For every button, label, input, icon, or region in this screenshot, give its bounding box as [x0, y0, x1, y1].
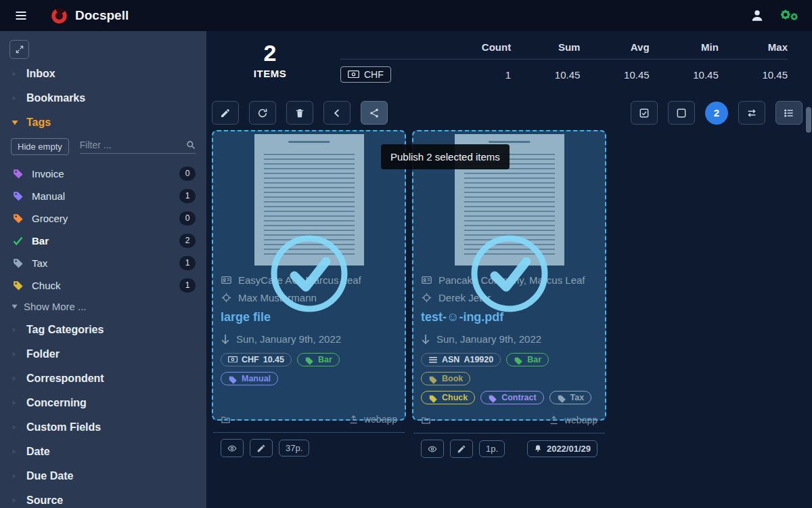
stats-header-max: Max [719, 41, 788, 53]
id-card-icon [421, 274, 432, 286]
banknote-icon [228, 356, 238, 364]
merge-button[interactable] [323, 101, 351, 125]
chevron-right-icon [11, 472, 18, 480]
tag-row-bar-selected[interactable]: Bar 2 [0, 230, 206, 252]
amount-badge[interactable]: CHF 10.45 [221, 353, 292, 366]
correspondent-text[interactable]: EasyCare AG, Marcus Leaf [238, 274, 361, 286]
document-preview[interactable] [221, 134, 397, 268]
person-text[interactable]: Max Mustermann [238, 292, 317, 303]
tag-badge-bar[interactable]: Bar [297, 353, 340, 366]
toggle-selection-button[interactable] [738, 101, 765, 125]
tag-badge-chuck[interactable]: Chuck [421, 391, 475, 404]
item-date: Sun, January 9th, 2022 [436, 333, 541, 345]
trash-icon [294, 108, 305, 119]
sidebar-item-label: Date [26, 446, 50, 458]
edit-item-button[interactable] [450, 440, 473, 458]
stats-header-count: Count [442, 41, 511, 53]
sidebar-item-label: Bookmarks [26, 92, 85, 104]
edit-selected-button[interactable] [212, 101, 239, 125]
bell-icon [534, 444, 542, 453]
pencil-icon [457, 444, 466, 453]
tag-row-chuck[interactable]: Chuck 1 [0, 274, 206, 297]
settings-gears-icon[interactable] [780, 7, 800, 24]
tag-icon [12, 168, 24, 179]
sidebar-item-concerning[interactable]: Concerning [0, 391, 206, 415]
tag-filter-input[interactable] [80, 140, 186, 150]
chevron-right-icon [11, 496, 18, 505]
hide-empty-button[interactable]: Hide empty [11, 138, 69, 155]
edit-item-button[interactable] [250, 439, 273, 457]
item-card[interactable]: EasyCare AG, Marcus Leaf Max Mustermann … [212, 130, 406, 421]
tag-row-tax[interactable]: Tax 1 [0, 252, 206, 274]
tag-row-manual[interactable]: Manual 1 [0, 185, 206, 207]
tag-badge-label: Tax [570, 393, 585, 402]
chevron-right-icon [11, 448, 18, 456]
sidebar-item-date[interactable]: Date [0, 440, 206, 464]
stats-header-avg: Avg [580, 41, 649, 53]
user-icon[interactable] [750, 8, 765, 23]
sidebar-item-inbox[interactable]: Inbox [0, 62, 206, 86]
tag-badge-label: Bar [318, 355, 332, 364]
tag-name: Grocery [32, 213, 68, 224]
publish-selected-button[interactable] [361, 101, 388, 125]
restore-button[interactable] [249, 101, 276, 125]
sidebar-item-label: Folder [26, 348, 60, 360]
sidebar-item-due-date[interactable]: Due Date [0, 464, 206, 488]
tag-row-invoice[interactable]: Invoice 0 [0, 163, 206, 185]
docspell-logo[interactable] [50, 7, 68, 25]
sidebar-item-tag-categories[interactable]: Tag Categories [0, 318, 206, 342]
tag-icon [12, 213, 24, 224]
tag-name: Invoice [32, 168, 64, 179]
tag-row-grocery[interactable]: Grocery 0 [0, 207, 206, 230]
select-all-button[interactable] [631, 101, 658, 125]
sidebar-item-correspondent[interactable]: Correspondent [0, 366, 206, 391]
show-more-tags[interactable]: Show More ... [0, 297, 206, 318]
item-card[interactable]: Pancake Company, Marcus Leaf Derek Jeter… [412, 130, 606, 421]
item-title[interactable]: large file [221, 310, 397, 324]
view-menu-button[interactable] [775, 101, 803, 125]
collapse-sidebar-button[interactable] [9, 40, 29, 59]
tag-icon [12, 190, 24, 202]
sidebar-item-bookmarks[interactable]: Bookmarks [0, 86, 206, 110]
crosshair-icon [221, 292, 232, 303]
sidebar-item-source[interactable]: Source [0, 488, 206, 508]
check-icon [12, 235, 24, 247]
redo-icon [257, 108, 268, 119]
currency-chip: CHF [340, 66, 391, 83]
tag-count-badge: 2 [179, 234, 196, 248]
preview-button[interactable] [221, 439, 244, 457]
asn-code: ASN [442, 355, 459, 364]
sidebar-item-tags[interactable]: Tags [0, 110, 206, 135]
sidebar-item-label: Source [26, 494, 63, 507]
asn-value: A19920 [464, 355, 493, 364]
currency-code: CHF [364, 69, 384, 80]
chevron-right-icon [11, 94, 18, 102]
delete-selected-button[interactable] [286, 101, 313, 125]
scrollbar-thumb[interactable] [806, 107, 811, 133]
sidebar-item-custom-fields[interactable]: Custom Fields [0, 415, 206, 440]
tag-badge-contract[interactable]: Contract [480, 391, 543, 404]
chevron-right-icon [11, 375, 18, 383]
tag-badge-bar[interactable]: Bar [506, 353, 549, 366]
person-text[interactable]: Derek Jeter [438, 292, 491, 303]
item-title[interactable]: test-☺-ing.pdf [421, 310, 597, 324]
correspondent-text[interactable]: Pancake Company, Marcus Leaf [438, 274, 585, 286]
tag-icon [428, 394, 438, 402]
sidebar-item-label: Custom Fields [26, 421, 101, 433]
show-more-label: Show More ... [24, 301, 87, 312]
deselect-all-button[interactable] [668, 101, 695, 125]
sidebar-item-label: Tags [26, 117, 51, 129]
preview-button[interactable] [421, 440, 444, 458]
folder-value: - [236, 414, 240, 425]
publish-tooltip: Publish 2 selected items [381, 144, 510, 169]
tag-badge-book[interactable]: Book [421, 372, 470, 385]
tag-badge-manual[interactable]: Manual [221, 372, 278, 385]
tag-name: Chuck [32, 280, 61, 291]
sidebar-item-label: Due Date [26, 470, 73, 482]
selected-count-badge[interactable]: 2 [705, 102, 728, 125]
top-navbar: Docspell [0, 0, 812, 31]
tag-badge-tax[interactable]: Tax [549, 391, 592, 404]
asn-badge[interactable]: ASN A19920 [421, 353, 501, 366]
sidebar-item-folder[interactable]: Folder [0, 342, 206, 366]
menu-icon[interactable] [12, 7, 30, 24]
